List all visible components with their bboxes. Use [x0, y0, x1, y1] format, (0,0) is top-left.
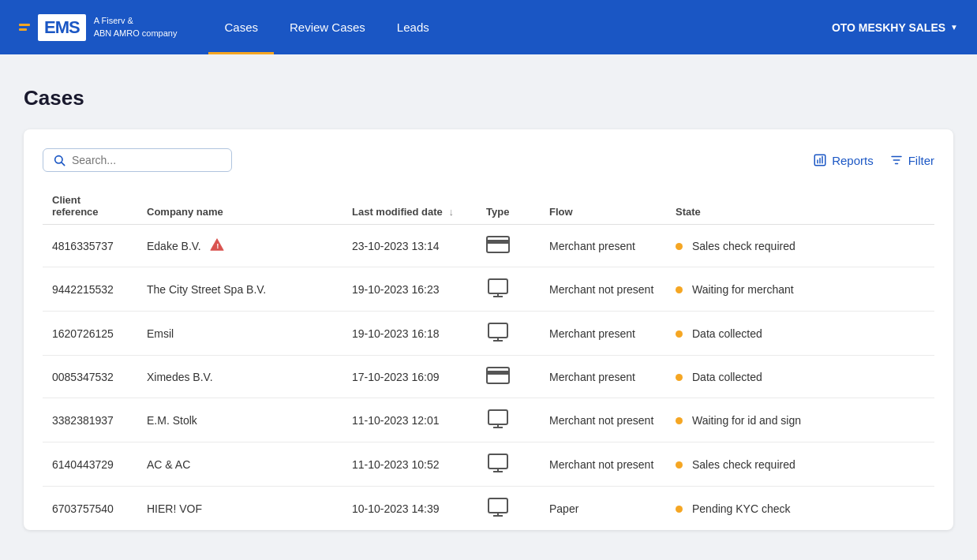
reports-icon: [813, 153, 827, 167]
svg-rect-20: [488, 410, 507, 424]
user-menu[interactable]: OTO MESKHY SALES ▼: [832, 21, 958, 34]
last-modified-cell: 10-10-2023 14:39: [343, 487, 477, 531]
table-row[interactable]: 0085347532Ximedes B.V.17-10-2023 16:09 M…: [43, 356, 934, 398]
table-row[interactable]: 3382381937E.M. Stolk11-10-2023 12:01 Mer…: [43, 398, 934, 442]
table-row[interactable]: 6140443729AC & AC11-10-2023 10:52 Mercha…: [43, 442, 934, 487]
table-row[interactable]: 9442215532The City Street Spa B.V.19-10-…: [43, 267, 934, 312]
page-content: Cases Reports: [0, 54, 977, 546]
cases-table: Clientreference Company name Last modifi…: [43, 188, 934, 530]
nav-link-cases[interactable]: Cases: [208, 0, 274, 54]
state-cell: Data collected: [666, 312, 934, 356]
nav-links: Cases Review Cases Leads: [208, 0, 444, 54]
nav-link-leads[interactable]: Leads: [381, 0, 445, 54]
status-dot: [676, 243, 683, 250]
terminal-icon: [486, 323, 510, 342]
card-icon: [486, 367, 510, 384]
type-cell: [477, 267, 540, 312]
terminal-icon: [486, 454, 510, 472]
search-wrap: [43, 148, 232, 172]
warning-icon: !: [209, 237, 225, 254]
svg-rect-18: [487, 368, 509, 383]
last-modified-cell: 23-10-2023 13:14: [343, 225, 477, 267]
terminal-icon: [486, 278, 510, 297]
last-modified-cell: 11-10-2023 12:01: [343, 398, 477, 442]
state-cell: Waiting for merchant: [666, 267, 934, 312]
client-ref-cell: 1620726125: [43, 312, 137, 356]
navbar: EMS A Fiserv & ABN AMRO company Cases Re…: [0, 0, 977, 54]
page-title: Cases: [24, 86, 953, 110]
col-client-ref: Clientreference: [43, 188, 137, 225]
col-last-modified[interactable]: Last modified date ↓: [343, 188, 477, 225]
client-ref-cell: 0085347532: [43, 356, 137, 398]
svg-text:!: !: [216, 241, 219, 250]
type-cell: [477, 312, 540, 356]
svg-rect-15: [488, 323, 507, 338]
sort-arrow-icon: ↓: [448, 206, 454, 218]
filter-button[interactable]: Filter: [889, 153, 934, 167]
nav-link-review-cases[interactable]: Review Cases: [274, 0, 381, 54]
client-ref-cell: 3382381937: [43, 398, 137, 442]
search-input[interactable]: [72, 154, 222, 166]
client-ref-cell: 6140443729: [43, 442, 137, 487]
type-cell: [477, 225, 540, 267]
col-flow: Flow: [540, 188, 666, 225]
user-menu-arrow-icon: ▼: [950, 23, 958, 32]
state-cell: Data collected: [666, 356, 934, 398]
reports-button[interactable]: Reports: [813, 153, 874, 167]
last-modified-cell: 11-10-2023 10:52: [343, 442, 477, 487]
company-name-cell: Emsil: [137, 312, 343, 356]
type-cell: [477, 356, 540, 398]
client-ref-cell: 4816335737: [43, 225, 137, 267]
company-name-cell: Edake B.V. !: [137, 225, 343, 267]
flow-cell: Merchant not present: [540, 267, 666, 312]
table-row[interactable]: 4816335737Edake B.V. ! 23-10-2023 13:14 …: [43, 225, 934, 267]
flow-cell: Merchant present: [540, 312, 666, 356]
logo-tagline: A Fiserv & ABN AMRO company: [94, 15, 178, 39]
svg-line-1: [62, 162, 65, 166]
client-ref-cell: 9442215532: [43, 267, 137, 312]
svg-rect-10: [487, 237, 509, 252]
table-row[interactable]: 1620726125Emsil19-10-2023 16:18 Merchant…: [43, 312, 934, 356]
company-name-cell: The City Street Spa B.V.: [137, 267, 343, 312]
status-dot: [676, 374, 683, 381]
company-name-cell: E.M. Stolk: [137, 398, 343, 442]
terminal-icon: [486, 409, 510, 428]
flow-cell: Merchant not present: [540, 442, 666, 487]
last-modified-cell: 19-10-2023 16:23: [343, 267, 477, 312]
table-row[interactable]: 6703757540HIER! VOF10-10-2023 14:39 Pape…: [43, 487, 934, 531]
flow-cell: Merchant not present: [540, 398, 666, 442]
logo-line-2: [19, 28, 27, 31]
client-ref-cell: 6703757540: [43, 487, 137, 531]
toolbar: Reports Filter: [43, 148, 934, 172]
company-name-cell: HIER! VOF: [137, 487, 343, 531]
svg-rect-12: [488, 279, 507, 293]
status-dot: [676, 330, 683, 338]
card-icon: [486, 236, 510, 253]
last-modified-cell: 17-10-2023 16:09: [343, 356, 477, 398]
col-state: State: [666, 188, 934, 225]
logo-text: EMS: [38, 14, 86, 41]
type-cell: [477, 442, 540, 487]
state-cell: Sales check required: [666, 442, 934, 487]
status-dot: [676, 506, 683, 513]
terminal-icon: [486, 498, 510, 517]
last-modified-cell: 19-10-2023 16:18: [343, 312, 477, 356]
logo-area: EMS A Fiserv & ABN AMRO company: [19, 14, 177, 41]
status-dot: [676, 417, 683, 424]
company-name-cell: AC & AC: [137, 442, 343, 487]
toolbar-right: Reports Filter: [813, 153, 934, 167]
flow-cell: Merchant present: [540, 356, 666, 398]
flow-cell: Paper: [540, 487, 666, 531]
svg-rect-26: [488, 498, 507, 513]
cases-card: Reports Filter Clientreference Company n…: [24, 129, 953, 530]
status-dot: [676, 461, 683, 469]
filter-icon: [889, 153, 904, 167]
col-company-name: Company name: [137, 188, 343, 225]
type-cell: [477, 398, 540, 442]
logo-line-1: [19, 24, 30, 26]
svg-rect-11: [487, 240, 509, 244]
company-name-cell: Ximedes B.V.: [137, 356, 343, 398]
type-cell: [477, 487, 540, 531]
col-type: Type: [477, 188, 540, 225]
state-cell: Sales check required: [666, 225, 934, 267]
